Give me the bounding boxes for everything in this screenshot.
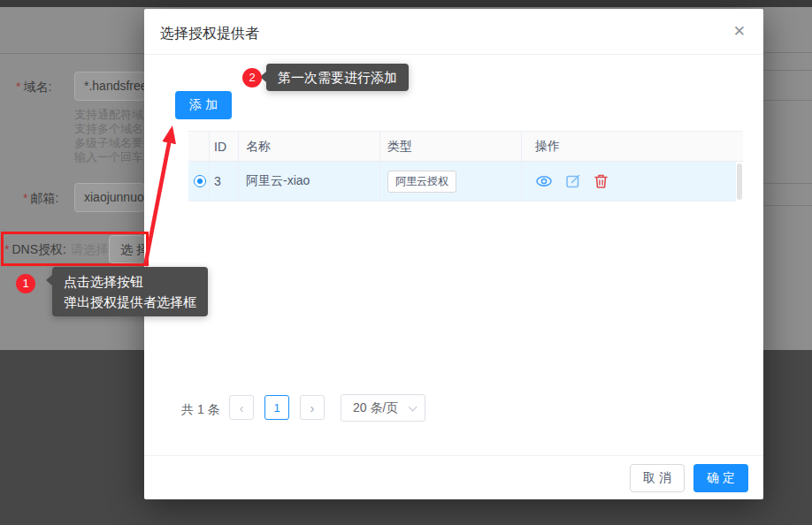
- page: *域名: *.handsfree 支持通配符域名 支持多个域名、 多级子域名要分…: [0, 0, 812, 525]
- chevron-down-icon: [409, 403, 417, 412]
- domain-help-line: 支持通配符域名: [74, 108, 144, 122]
- cancel-button[interactable]: 取 消: [630, 464, 685, 492]
- highlight-box-dns-field: [1, 232, 149, 266]
- edit-icon[interactable]: [565, 173, 581, 189]
- page-number-button[interactable]: 1: [264, 395, 289, 420]
- background-divider: [763, 70, 812, 71]
- background-divider: [763, 205, 812, 206]
- domain-help-line: 支持多个域名、: [74, 122, 144, 136]
- domain-help-line: 多级子域名要分: [74, 136, 144, 150]
- page-size-value: 20 条/页: [353, 400, 398, 415]
- row-radio-selected[interactable]: [194, 175, 206, 187]
- domain-help-line: 输入一个回车之: [74, 150, 144, 164]
- close-icon[interactable]: ✕: [733, 23, 746, 41]
- required-mark: *: [23, 191, 27, 205]
- step-1-tooltip: 点击选择按钮 弹出授权提供者选择框: [52, 267, 208, 316]
- step-2-tooltip: 第一次需要进行添加: [266, 64, 409, 91]
- background-divider: [763, 100, 812, 101]
- row-select-cell: [188, 162, 210, 201]
- domain-input: *.handsfree: [74, 72, 145, 101]
- scrollbar-thumb[interactable]: [737, 164, 742, 200]
- dialog-select-auth-provider: 选择授权提供者 ✕ 添 加 ID 名称 类型 操作 3 阿里云-xiao 阿里云…: [144, 9, 763, 499]
- confirm-button[interactable]: 确 定: [693, 464, 748, 492]
- pagination: 共 1 条 ‹ 1 › 20 条/页: [144, 395, 763, 423]
- table-header-name: 名称: [239, 132, 380, 161]
- background-divider: [0, 53, 144, 54]
- email-label: *邮箱:: [23, 191, 58, 207]
- required-mark: *: [16, 80, 20, 94]
- delete-icon[interactable]: [594, 173, 609, 189]
- row-name-cell: 阿里云-xiao: [239, 162, 380, 201]
- table-header-select: [188, 132, 210, 161]
- dialog-title: 选择授权提供者: [160, 25, 259, 43]
- prev-page-button[interactable]: ‹: [229, 395, 254, 420]
- row-type-cell: 阿里云授权: [380, 162, 522, 201]
- add-button[interactable]: 添 加: [175, 91, 232, 119]
- row-actions-cell: [522, 162, 743, 201]
- table-header-type: 类型: [380, 132, 522, 161]
- tooltip-line: 点击选择按钮: [64, 271, 196, 292]
- page-size-select[interactable]: 20 条/页: [341, 394, 425, 422]
- domain-label: *域名:: [16, 80, 51, 95]
- provider-table: ID 名称 类型 操作 3 阿里云-xiao 阿里云授权: [188, 131, 743, 202]
- dialog-footer: 取 消 确 定: [144, 455, 763, 499]
- step-2-badge: 2: [242, 68, 262, 88]
- view-icon[interactable]: [535, 174, 553, 188]
- background-divider: [763, 52, 812, 53]
- table-row[interactable]: 3 阿里云-xiao 阿里云授权: [188, 162, 743, 202]
- top-bar: [0, 0, 812, 7]
- type-tag: 阿里云授权: [387, 171, 456, 193]
- table-scrollbar[interactable]: [736, 162, 743, 202]
- background-divider: [763, 183, 812, 184]
- pagination-total: 共 1 条: [181, 402, 220, 418]
- table-header-actions: 操作: [522, 132, 743, 161]
- step-1-badge: 1: [16, 274, 35, 293]
- table-header-row: ID 名称 类型 操作: [188, 131, 743, 162]
- table-header-id: ID: [210, 132, 239, 161]
- row-id-cell: 3: [210, 162, 239, 201]
- email-input: xiaojunnuo: [74, 183, 145, 212]
- next-page-button[interactable]: ›: [300, 395, 325, 420]
- tooltip-line: 弹出授权提供者选择框: [64, 292, 196, 312]
- dialog-header: 选择授权提供者 ✕: [144, 9, 763, 55]
